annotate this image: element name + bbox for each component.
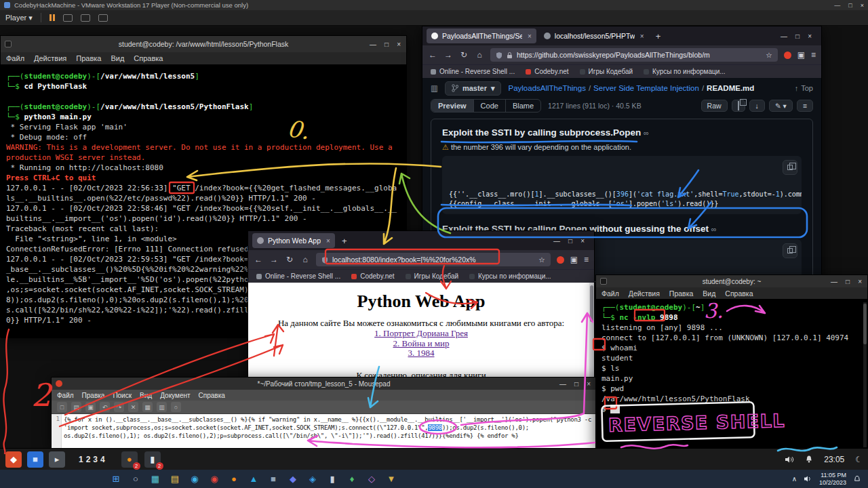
anchor-link-icon[interactable]: ∞ bbox=[644, 129, 649, 137]
tab-localhost-phptwig[interactable]: localhost/lesson5/PHPTwigI × bbox=[539, 28, 649, 43]
terminal-titlebar[interactable]: student@codeby: ~ — □ × bbox=[596, 275, 867, 287]
vmware-icon[interactable]: ■ bbox=[266, 472, 281, 487]
minimize-button[interactable]: — bbox=[831, 278, 837, 285]
minimize-button[interactable]: — bbox=[370, 41, 376, 48]
search-icon[interactable]: ○ bbox=[128, 472, 143, 487]
bookmark-item[interactable]: Online - Reverse Shell ... bbox=[431, 68, 515, 75]
cut-icon[interactable]: ✕ bbox=[128, 402, 138, 412]
close-button[interactable]: × bbox=[580, 237, 585, 245]
chrome-icon[interactable]: ◉ bbox=[207, 472, 222, 487]
close-button[interactable]: × bbox=[858, 278, 862, 285]
home-icon[interactable]: ⌂ bbox=[475, 50, 484, 60]
branch-selector[interactable]: master ▾ bbox=[445, 81, 502, 96]
menu-item[interactable]: Документ bbox=[160, 392, 190, 399]
volume-icon[interactable] bbox=[804, 475, 812, 483]
mousepad-titlebar[interactable]: *~/Рабочий стол/tmp_lesson_5 - Mousepad … bbox=[52, 378, 596, 390]
breadcrumb-repo-link[interactable]: PayloadsAllTheThings bbox=[508, 84, 585, 92]
extension-icon[interactable] bbox=[784, 52, 791, 59]
view-tab[interactable]: Code bbox=[473, 100, 505, 112]
vscode-icon[interactable]: ◈ bbox=[305, 472, 320, 487]
bookmark-star-icon[interactable]: ☆ bbox=[766, 51, 772, 59]
menu-item[interactable]: Файл bbox=[6, 54, 24, 62]
player-menu[interactable]: Player ▾ bbox=[5, 14, 33, 22]
extension-icon[interactable] bbox=[557, 256, 564, 264]
maximize-button[interactable]: □ bbox=[574, 380, 578, 388]
back-icon[interactable]: ← bbox=[254, 255, 263, 264]
bookmark-star-icon[interactable]: ☆ bbox=[538, 256, 545, 264]
copy-icon[interactable]: ▦ bbox=[142, 402, 153, 412]
maximize-button[interactable]: □ bbox=[846, 278, 850, 285]
bookmark-item[interactable]: Codeby.net bbox=[526, 68, 568, 75]
forward-icon[interactable]: → bbox=[443, 50, 453, 60]
menu-item[interactable]: Справка bbox=[134, 54, 163, 62]
minimize-button[interactable]: — bbox=[559, 380, 566, 388]
terminal-output[interactable]: ┌──(student@codeby)-[~]└─$ nc -nvlp 9898… bbox=[596, 299, 867, 450]
app-icon[interactable]: ▼ bbox=[384, 472, 399, 487]
vm-clock[interactable]: 23:05 bbox=[824, 455, 844, 464]
terminal-window-button[interactable]: ▮2 bbox=[144, 451, 161, 468]
bookmark-item[interactable]: Игры Кодебай bbox=[406, 272, 458, 280]
menu-item[interactable]: Вид bbox=[140, 392, 152, 399]
new-tab-button[interactable]: + bbox=[338, 236, 351, 246]
menu-hamburger-icon[interactable]: ≡ bbox=[584, 255, 589, 264]
notification-bell-icon[interactable] bbox=[805, 455, 813, 464]
workspace-pager[interactable]: 1234 bbox=[79, 455, 108, 464]
paste-icon[interactable]: ▥ bbox=[157, 402, 167, 412]
tab-close-icon[interactable]: × bbox=[528, 33, 532, 40]
menu-item[interactable]: Вид bbox=[111, 54, 124, 62]
anchor-link-icon[interactable]: ∞ bbox=[711, 225, 717, 233]
close-button[interactable]: × bbox=[397, 41, 401, 48]
book-link[interactable]: 1. Портрет Дориана Грея bbox=[248, 329, 594, 339]
extensions-icon[interactable]: ▣ bbox=[570, 255, 578, 264]
volume-icon[interactable] bbox=[785, 455, 794, 464]
snapshot-icon[interactable] bbox=[98, 14, 108, 22]
fullscreen-icon[interactable] bbox=[63, 14, 73, 22]
task-view-icon[interactable]: ▦ bbox=[148, 472, 163, 487]
notification-bell-icon[interactable] bbox=[853, 475, 861, 483]
maximize-button[interactable]: □ bbox=[848, 2, 852, 9]
tray-chevron-icon[interactable]: ∧ bbox=[792, 475, 797, 483]
scrollbar[interactable] bbox=[863, 302, 867, 447]
scrollbar-thumb[interactable] bbox=[590, 285, 593, 322]
book-link[interactable]: 2. Война и мир bbox=[248, 339, 594, 349]
tab-python-web-app[interactable]: Python Web App × bbox=[252, 233, 335, 248]
breadcrumb-folder-link[interactable]: Server Side Template Injection bbox=[593, 84, 699, 92]
bookmark-item[interactable]: Codeby.net bbox=[351, 272, 394, 280]
tab-payloadsallthethings[interactable]: PayloadsAllTheThings/Se × bbox=[427, 28, 536, 43]
menu-item[interactable]: Действия bbox=[629, 289, 660, 298]
text-editor-icon[interactable]: ▸ bbox=[49, 451, 65, 468]
sidebar-toggle-icon[interactable]: ▥ bbox=[431, 83, 438, 93]
firefox-icon[interactable]: ● bbox=[226, 472, 241, 487]
terminal-titlebar[interactable]: student@codeby: /var/www/html/lesson5/Py… bbox=[1, 36, 406, 52]
menu-item[interactable]: Файл bbox=[57, 392, 74, 399]
menu-item[interactable]: Действия bbox=[34, 54, 66, 62]
view-tab[interactable]: Blame bbox=[505, 100, 540, 112]
open-file-icon[interactable]: ▤ bbox=[71, 402, 81, 412]
tab-close-icon[interactable]: × bbox=[326, 237, 330, 245]
app-launcher-icon[interactable]: ◆ bbox=[5, 451, 22, 468]
copy-code-button[interactable] bbox=[783, 243, 797, 258]
download-button[interactable]: ↓ bbox=[749, 100, 765, 112]
start-button[interactable]: ⊞ bbox=[108, 472, 123, 487]
file-explorer-icon[interactable]: ▤ bbox=[167, 472, 182, 487]
scrollbar-thumb[interactable] bbox=[863, 304, 867, 344]
minimize-button[interactable]: — bbox=[553, 237, 560, 245]
back-to-top-link[interactable]: ↑ Top bbox=[795, 84, 813, 92]
url-bar[interactable]: localhost:8080/index?book=[%%20for%20x% … bbox=[316, 253, 551, 266]
reload-icon[interactable]: ↻ bbox=[459, 50, 469, 60]
menu-hamburger-icon[interactable]: ≡ bbox=[811, 50, 816, 60]
menu-item[interactable]: Файл bbox=[601, 289, 619, 298]
raw-button[interactable]: Raw bbox=[701, 100, 728, 112]
maximize-button[interactable]: □ bbox=[568, 237, 572, 245]
maximize-button[interactable]: □ bbox=[384, 41, 389, 48]
menu-item[interactable]: Правка bbox=[669, 289, 693, 298]
code-block[interactable]: {{''.__class__.mro()[1].__subclasses__()… bbox=[442, 156, 802, 214]
bookmark-item[interactable]: Игры Кодебай bbox=[580, 68, 633, 75]
menu-item[interactable]: Поиск bbox=[113, 392, 132, 399]
telegram-icon[interactable]: ▲ bbox=[246, 472, 261, 487]
terminal-app-icon[interactable]: ▮ bbox=[325, 472, 340, 487]
app-icon[interactable]: ◇ bbox=[364, 472, 379, 487]
menu-item[interactable]: Справка bbox=[199, 392, 225, 399]
tab-close-icon[interactable]: × bbox=[640, 33, 644, 40]
view-tab[interactable]: Preview bbox=[431, 100, 473, 112]
